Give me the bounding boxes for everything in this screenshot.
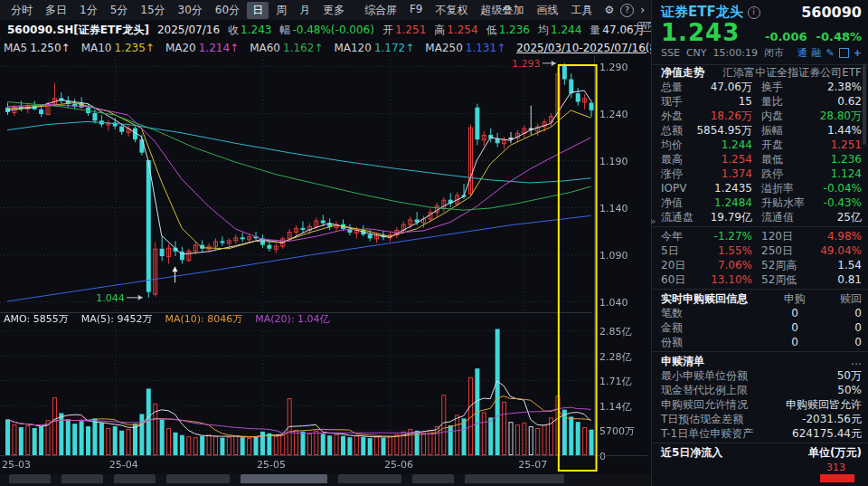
redeem-list-row: 现金替代比例上限50% <box>661 383 862 397</box>
edit-pencil-icon[interactable]: ✎ <box>826 47 835 59</box>
stat-cell-跌停: 跌停1.124 <box>761 167 862 181</box>
inflow-value: 313 <box>826 462 845 473</box>
help-icon[interactable]: ? <box>620 4 634 17</box>
chevron-right-icon[interactable]: › <box>637 4 647 16</box>
vol-ma10-label: MA(10): 8046万 <box>165 312 242 325</box>
perf-row: 5日1.55%250日49.04% <box>661 243 862 258</box>
period-tab-60分[interactable]: 60分 <box>210 2 245 19</box>
stat-label: 升贴水率 <box>761 195 805 210</box>
quote-field-均: 均1.244 <box>538 23 581 38</box>
ma-value: 1.235↑ <box>114 42 154 54</box>
stat-label: 总额 <box>661 123 683 138</box>
stat-value: 1.244 <box>722 138 761 152</box>
period-tab-1分[interactable]: 1分 <box>74 2 103 19</box>
perf-row: 60日13.10%52周低0.81 <box>661 272 862 287</box>
stat-cell-今年: 今年-1.27% <box>661 229 761 243</box>
toolbar-right: 综合屏F9不复权超级叠加画线工具 ⚙ ? › <box>359 2 651 19</box>
quote-field-label: 均 <box>538 24 549 36</box>
stat-label: 均价 <box>661 138 683 152</box>
margin-badge-tong[interactable]: 通 <box>797 46 807 60</box>
stat-cell-溢折率: 溢折率-0.04% <box>761 181 862 195</box>
ma-value: 1.131↑ <box>466 42 505 54</box>
quote-field-label: 幅 <box>279 24 290 36</box>
bottom-tab[interactable] <box>61 474 103 483</box>
tool-button-超级叠加[interactable]: 超级叠加 <box>475 2 529 19</box>
ma-value: 1.162↑ <box>283 42 323 54</box>
period-tab-30分[interactable]: 30分 <box>173 2 208 19</box>
tool-button-F9[interactable]: F9 <box>404 2 429 19</box>
subscribe-title: 实时申购赎回信息 <box>661 291 758 306</box>
quote-fields: 收1.243幅-0.48%(-0.006)开1.251高1.254低1.236均… <box>228 23 658 38</box>
perf-row: 今年-1.27%120日4.98% <box>661 229 862 243</box>
tool-button-综合屏[interactable]: 综合屏 <box>359 2 402 19</box>
stat-cell-涨停: 涨停1.374 <box>661 167 761 181</box>
underlying-fund-name[interactable]: 汇添富中证全指证券公司ETF <box>722 65 862 80</box>
stat-value: 1.54 <box>837 258 862 272</box>
redeem-value: 50% <box>837 383 862 397</box>
panel-collapse-arrow[interactable]: » <box>650 215 656 227</box>
stat-value: 1.44% <box>827 123 862 138</box>
redeem-label: 申购赎回允许情况 <box>661 397 748 412</box>
bottom-tab[interactable] <box>9 474 51 483</box>
tool-button-画线[interactable]: 画线 <box>531 2 563 19</box>
stat-value: 1.251 <box>831 138 862 152</box>
bottom-tab[interactable] <box>114 474 156 483</box>
stat-label: 最低 <box>761 152 783 167</box>
stat-row: 涨停1.374跌停1.124 <box>661 167 862 181</box>
stat-value: 2.38% <box>827 80 862 94</box>
subscribe-label: 笔数 <box>661 306 742 320</box>
stat-value: 13.10% <box>711 272 761 287</box>
subscribe-col1: 申购 <box>758 291 806 306</box>
stat-value: 1.236 <box>831 152 862 167</box>
fund-nav-row: 净值走势汇添富中证全指证券公司ETF <box>661 65 862 80</box>
redeem-list-header: 申赎清单… <box>661 354 862 368</box>
info-icon[interactable]: i <box>748 6 760 19</box>
subscribe-value-2: 0 <box>798 306 862 320</box>
period-tab-更多[interactable]: 更多 <box>317 2 350 19</box>
period-tab-5分[interactable]: 5分 <box>105 2 134 19</box>
quote-field-value: 1.251 <box>395 24 426 36</box>
ma-label: MA10 <box>81 42 112 54</box>
tool-button-工具[interactable]: 工具 <box>565 2 598 19</box>
quote-field-幅: 幅-0.48%(-0.006) <box>279 23 374 38</box>
tool-button-不复权[interactable]: 不复权 <box>429 2 473 19</box>
stat-cell-开盘: 开盘1.251 <box>761 138 862 152</box>
alert-icon[interactable] <box>839 48 849 58</box>
panel-scrollbar[interactable] <box>863 63 866 145</box>
period-tab-月[interactable]: 月 <box>294 2 316 19</box>
margin-badge-rong[interactable]: 融 <box>812 46 822 60</box>
subscribe-label: 份额 <box>661 335 742 349</box>
candlestick-chart[interactable] <box>0 56 651 472</box>
settings-gear-icon[interactable]: ⚙ <box>601 4 617 16</box>
redeem-value: -2031.56元 <box>802 412 862 426</box>
redeem-label: 最小申赎单位份额 <box>661 368 748 383</box>
vol-ma20-label: MA(20): 1.04亿 <box>255 312 329 325</box>
nav-trend-label[interactable]: 净值走势 <box>661 65 704 80</box>
bottom-tab[interactable] <box>465 474 564 483</box>
quote-field-value: -0.48%(-0.006) <box>292 24 374 36</box>
period-tab-周[interactable]: 周 <box>270 2 292 19</box>
stat-cell-流通盘: 流通盘19.79亿 <box>661 210 761 224</box>
stat-value: 18.26万 <box>711 109 761 123</box>
tool-buttons: 综合屏F9不复权超级叠加画线工具 <box>359 2 599 19</box>
more-ellipsis-icon[interactable]: … <box>851 354 862 368</box>
quote-time: 15:00:19 <box>713 47 758 59</box>
bottom-tab[interactable] <box>412 474 454 483</box>
bottom-tab[interactable] <box>166 474 230 483</box>
bottom-tab[interactable] <box>241 474 327 483</box>
period-tab-分时[interactable]: 分时 <box>5 2 38 19</box>
stat-label: 流通盘 <box>661 210 693 224</box>
quote-field-量: 量47.06万 <box>590 23 644 38</box>
ma-label: MA120 <box>334 42 371 54</box>
price-change: -0.006 <box>765 30 807 43</box>
subscribe-row: 笔数00 <box>661 306 862 320</box>
stat-cell-IOPV: IOPV1.2435 <box>661 181 761 195</box>
divider <box>652 443 868 443</box>
stat-cell-52周高: 52周高1.54 <box>761 258 862 272</box>
period-tab-15分[interactable]: 15分 <box>135 2 170 19</box>
bottom-tab[interactable] <box>338 474 401 483</box>
quote-field-低: 低1.236 <box>486 23 530 38</box>
period-tab-多日[interactable]: 多日 <box>40 2 72 19</box>
period-tab-日[interactable]: 日 <box>247 2 269 19</box>
add-to-watchlist-icon[interactable]: + <box>854 47 862 59</box>
